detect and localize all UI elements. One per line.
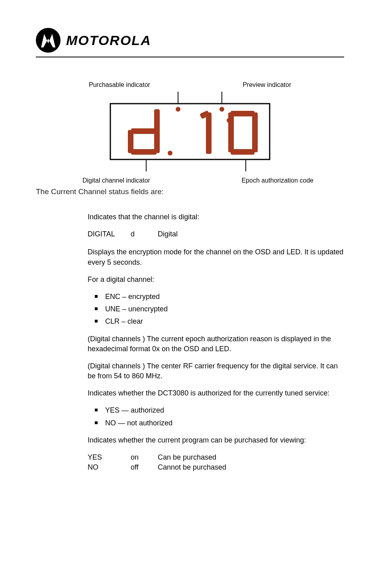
rf-frequency: (Digital channels ) The center RF carrie…: [88, 361, 344, 381]
table-row: DIGITAL d Digital: [88, 229, 344, 239]
cell-osd: DIGITAL: [88, 229, 119, 239]
document-page: MOTOROLA Purchasable indicator Preview i…: [0, 0, 380, 588]
encryption-desc: Displays the encryption mode for the cha…: [88, 247, 344, 267]
fields-block: Indicates that the channel is digital: D…: [88, 212, 344, 472]
cell-led: off: [131, 462, 147, 472]
list-item: ENC – encrypted: [88, 292, 344, 302]
seven-seg-d-icon: [128, 109, 160, 155]
led-diagram: Purchasable indicator Preview indicator: [86, 81, 294, 187]
cell-osd: YES: [88, 452, 119, 462]
auth-list: YES — authorized NO — not authorized: [88, 405, 344, 428]
diagram-top-labels: Purchasable indicator Preview indicator: [86, 81, 294, 88]
brand-text: MOTOROLA: [66, 33, 151, 48]
diagram-svg: [86, 92, 294, 175]
cell-desc: Digital: [158, 229, 344, 239]
epoch-reason: (Digital channels ) The current epoch au…: [88, 334, 344, 354]
motorola-m-glyph: [39, 31, 57, 49]
svg-rect-9: [131, 149, 157, 155]
purchasable-indicator-label: Purchasable indicator: [89, 81, 150, 88]
seven-seg-digit-0-icon: [228, 111, 258, 155]
epoch-authorization-code-label: Epoch authorization code: [241, 177, 313, 184]
cell-led: d: [131, 229, 147, 239]
header-logo-row: MOTOROLA: [36, 28, 344, 53]
intro-text: The Current Channel status fields are:: [36, 187, 344, 196]
header-rule: [36, 57, 344, 57]
digital-channel-indicator-label: Digital channel indicator: [82, 177, 150, 184]
svg-rect-7: [131, 128, 157, 134]
svg-point-10: [168, 151, 172, 155]
svg-rect-16: [231, 149, 255, 155]
purchase-intro: Indicates whether the current program ca…: [88, 435, 344, 445]
svg-rect-11: [206, 112, 212, 154]
list-item: CLR – clear: [88, 317, 344, 326]
motorola-logo-icon: [36, 28, 61, 53]
list-item: NO — not authorized: [88, 418, 344, 428]
svg-rect-15: [252, 112, 258, 152]
svg-point-3: [176, 107, 180, 112]
table-row: YES on Can be purchased: [88, 452, 344, 462]
svg-rect-14: [228, 112, 234, 152]
list-item: UNE – unencrypted: [88, 304, 344, 314]
cell-desc: Can be purchased: [158, 452, 344, 462]
table-row: NO off Cannot be purchased: [88, 462, 344, 472]
purchase-table: YES on Can be purchased NO off Cannot be…: [88, 452, 344, 472]
for-digital-channel: For a digital channel:: [88, 275, 344, 285]
list-item: YES — authorized: [88, 405, 344, 415]
svg-rect-13: [231, 111, 255, 116]
digital-intro: Indicates that the channel is digital:: [88, 212, 344, 222]
encryption-modes-list: ENC – encrypted UNE – unencrypted CLR – …: [88, 292, 344, 327]
svg-point-4: [219, 107, 224, 112]
seven-seg-digit-1-icon: [200, 110, 212, 154]
diagram-bottom-labels: Digital channel indicator Epoch authoriz…: [86, 177, 294, 187]
auth-intro: Indicates whether the DCT3080 is authori…: [88, 388, 344, 398]
cell-osd: NO: [88, 462, 119, 472]
cell-led: on: [131, 452, 147, 462]
digital-table: DIGITAL d Digital: [88, 229, 344, 239]
cell-desc: Cannot be purchased: [158, 462, 344, 472]
preview-indicator-label: Preview indicator: [243, 81, 291, 88]
